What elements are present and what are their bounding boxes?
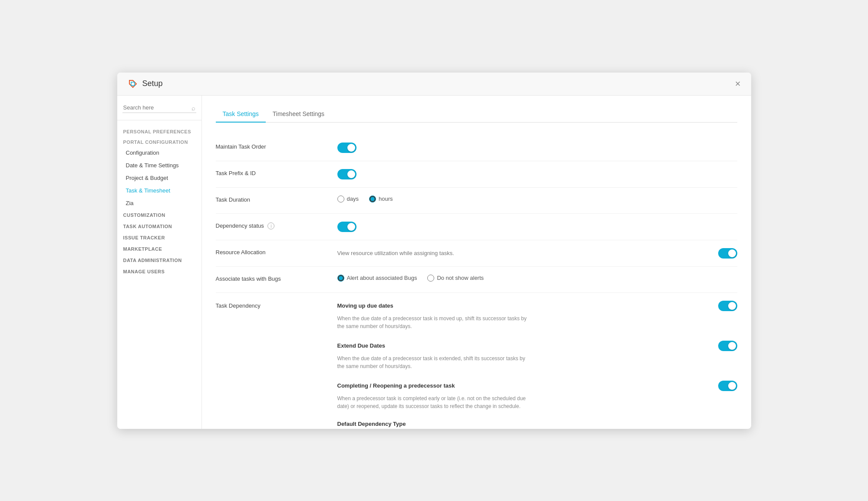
control-dependency-status: [337, 222, 737, 232]
dependency-section: Moving up due dates When the due date of…: [337, 301, 737, 429]
dep-block-moving-up: Moving up due dates When the due date of…: [337, 301, 737, 330]
modal-body: ⌕ PERSONAL PREFERENCES PORTAL CONFIGURAT…: [117, 96, 751, 429]
radio-text-days: days: [347, 196, 359, 202]
toggle-completing-reopening[interactable]: [718, 381, 737, 391]
row-task-prefix-id: Task Prefix & ID: [216, 161, 737, 188]
search-input[interactable]: [122, 103, 196, 113]
radio-group-associate-bugs: Alert about associated Bugs Do not show …: [337, 275, 484, 282]
toggle-slider-task-prefix-id: [337, 169, 356, 179]
label-dependency-status: Dependency status i: [216, 222, 337, 230]
control-task-dependency: Moving up due dates When the due date of…: [337, 301, 737, 429]
dep-block-completing-reopening: Completing / Reopening a predecessor tas…: [337, 381, 737, 410]
close-button[interactable]: ×: [735, 79, 741, 89]
toggle-slider-maintain-task-order: [337, 143, 356, 153]
label-task-duration: Task Duration: [216, 196, 337, 203]
control-maintain-task-order: [337, 143, 737, 153]
dep-dropdown-section: Default Dependency Type Finish to Start …: [337, 421, 737, 429]
toggle-task-prefix-id[interactable]: [337, 169, 356, 179]
toggle-slider-moving-up: [718, 301, 737, 311]
toggle-slider-extend-due: [718, 341, 737, 351]
sidebar-item-configuration[interactable]: Configuration: [117, 146, 201, 159]
toggle-slider-dependency-status: [337, 222, 356, 232]
sidebar-item-zia[interactable]: Zia: [117, 197, 201, 209]
radio-text-no-alert: Do not show alerts: [437, 275, 484, 281]
dep-header-moving-up: Moving up due dates: [337, 301, 737, 311]
setup-modal: Setup × ⌕ PERSONAL PREFERENCES PORTAL CO…: [117, 73, 751, 429]
dep-title-moving-up: Moving up due dates: [337, 302, 393, 309]
toggle-maintain-task-order[interactable]: [337, 143, 356, 153]
section-label-marketplace[interactable]: MARKETPLACE: [117, 243, 201, 255]
radio-text-hours: hours: [379, 196, 393, 202]
label-resource-allocation: Resource Allocation: [216, 248, 337, 255]
section-label-manage-users[interactable]: MANAGE USERS: [117, 266, 201, 277]
dep-title-completing-reopening: Completing / Reopening a predecessor tas…: [337, 382, 455, 389]
tab-task-settings[interactable]: Task Settings: [216, 106, 266, 123]
row-resource-allocation: Resource Allocation View resource utiliz…: [216, 240, 737, 267]
control-task-duration: days hours: [337, 196, 737, 202]
search-container: ⌕: [117, 103, 201, 120]
radio-days[interactable]: [337, 196, 344, 202]
modal-header: Setup ×: [117, 73, 751, 96]
dep-header-extend-due: Extend Due Dates: [337, 341, 737, 351]
row-task-dependency: Task Dependency Moving up due dates: [216, 293, 737, 429]
radio-group-task-duration: days hours: [337, 196, 393, 202]
modal-title-group: Setup: [128, 79, 163, 89]
dep-desc-extend-due: When the due date of a predecessor task …: [337, 355, 528, 370]
label-associate-bugs: Associate tasks with Bugs: [216, 275, 337, 282]
radio-label-no-alert[interactable]: Do not show alerts: [427, 275, 484, 282]
label-task-dependency: Task Dependency: [216, 301, 337, 309]
label-task-prefix-id: Task Prefix & ID: [216, 169, 337, 176]
sidebar-item-task-timesheet[interactable]: Task & Timesheet: [117, 184, 201, 197]
section-label-issue-tracker[interactable]: ISSUE TRACKER: [117, 232, 201, 243]
tab-timesheet-settings[interactable]: Timesheet Settings: [266, 106, 331, 123]
row-dependency-status: Dependency status i: [216, 214, 737, 240]
dep-desc-moving-up: When the due date of a predecessor task …: [337, 315, 528, 330]
sidebar-item-date-time[interactable]: Date & Time Settings: [117, 159, 201, 172]
sidebar-item-project-budget[interactable]: Project & Budget: [117, 172, 201, 184]
zoho-logo-icon: [128, 79, 138, 89]
modal-title: Setup: [142, 79, 163, 88]
dep-block-extend-due: Extend Due Dates When the due date of a …: [337, 341, 737, 370]
radio-label-hours[interactable]: hours: [369, 196, 393, 202]
dep-desc-completing-reopening: When a predecessor task is completed ear…: [337, 395, 528, 410]
section-label-data-admin[interactable]: DATA ADMINISTRATION: [117, 255, 201, 266]
search-icon: ⌕: [191, 104, 195, 112]
section-label-customization[interactable]: CUSTOMIZATION: [117, 209, 201, 221]
sidebar: ⌕ PERSONAL PREFERENCES PORTAL CONFIGURAT…: [117, 96, 202, 429]
control-associate-bugs: Alert about associated Bugs Do not show …: [337, 275, 737, 282]
radio-text-alert-bugs: Alert about associated Bugs: [347, 275, 417, 281]
toggle-resource-allocation[interactable]: [718, 248, 737, 259]
toggle-moving-up[interactable]: [718, 301, 737, 311]
info-icon-dependency-status[interactable]: i: [267, 222, 274, 229]
dep-title-extend-due: Extend Due Dates: [337, 342, 386, 349]
radio-label-days[interactable]: days: [337, 196, 359, 202]
section-label-personal-preferences: PERSONAL PREFERENCES: [117, 126, 201, 136]
toggle-slider-completing-reopening: [718, 381, 737, 391]
control-task-prefix-id: [337, 169, 737, 179]
control-resource-allocation: View resource utilization while assignin…: [337, 248, 737, 259]
row-maintain-task-order: Maintain Task Order: [216, 135, 737, 161]
dep-dropdown-label: Default Dependency Type: [337, 421, 737, 427]
tabs: Task Settings Timesheet Settings: [216, 106, 737, 123]
section-label-portal-config: PORTAL CONFIGURATION: [117, 136, 201, 146]
radio-alert-bugs[interactable]: [337, 275, 344, 282]
label-maintain-task-order: Maintain Task Order: [216, 143, 337, 150]
toggle-extend-due[interactable]: [718, 341, 737, 351]
resource-allocation-desc: View resource utilization while assignin…: [337, 250, 454, 256]
row-associate-bugs: Associate tasks with Bugs Alert about as…: [216, 267, 737, 293]
radio-label-alert-bugs[interactable]: Alert about associated Bugs: [337, 275, 417, 282]
radio-no-alert[interactable]: [427, 275, 434, 282]
toggle-slider-resource-allocation: [718, 248, 737, 259]
main-content: Task Settings Timesheet Settings Maintai…: [202, 96, 751, 429]
section-label-task-automation[interactable]: TASK AUTOMATION: [117, 221, 201, 232]
radio-hours[interactable]: [369, 196, 376, 202]
row-task-duration: Task Duration days hours: [216, 188, 737, 214]
toggle-dependency-status[interactable]: [337, 222, 356, 232]
resource-row: View resource utilization while assignin…: [337, 248, 737, 259]
dep-header-completing-reopening: Completing / Reopening a predecessor tas…: [337, 381, 737, 391]
